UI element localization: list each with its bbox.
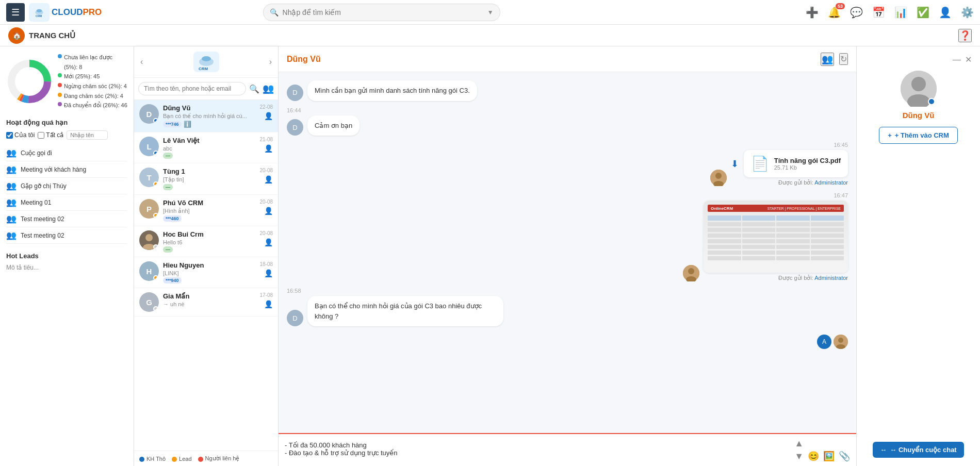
svg-point-15	[145, 234, 153, 241]
next-arrow-button[interactable]: ›	[269, 57, 272, 66]
msg-group-1: D Mình cần bạn gửi mình danh sách tính n…	[287, 80, 848, 101]
contact-avatar-dung: D	[139, 104, 159, 124]
overdue-title: Hoạt động quá hạn	[6, 119, 127, 126]
meeting-icon-1: 👥	[6, 164, 17, 174]
contact-item-le-van-viet[interactable]: L Lê Văn Việt abc — 21-08 👤	[134, 132, 278, 163]
minimize-button[interactable]: —	[953, 55, 961, 64]
contact-tag-hoc: —	[163, 246, 173, 253]
svg-point-2	[37, 9, 42, 12]
reports-button[interactable]: 📊	[894, 6, 907, 19]
chat-header: Dũng Vũ 👥 ↻	[279, 46, 856, 72]
contact-preview-le: abc	[163, 145, 255, 152]
svg-point-21	[688, 268, 694, 274]
filter-all-checkbox[interactable]	[38, 132, 44, 139]
chat-area: Dũng Vũ 👥 ↻ D Mình cần bạn gửi mình danh…	[279, 46, 856, 466]
attach-button[interactable]: 📎	[839, 451, 850, 462]
contact-search-input[interactable]	[138, 82, 246, 95]
contact-date-le: 21-08	[259, 137, 273, 142]
right-panel: — ✕ Dũng Vũ + + Thêm vào CRM ↔ ↔ Chuyển …	[856, 46, 980, 466]
meeting-icon-5: 👥	[6, 230, 17, 240]
online-avatar-2	[834, 335, 848, 349]
search-input[interactable]	[283, 8, 483, 16]
download-icon[interactable]: ⬇	[731, 158, 739, 170]
contact-search-button[interactable]: 🔍	[249, 84, 259, 94]
contact-item-tung[interactable]: T Tùng 1 [Tập tin] — 20-08 👤	[134, 163, 278, 195]
contact-item-dung-vu[interactable]: D Dũng Vũ Bạn có thể cho mình hỏi giá cú…	[134, 100, 278, 132]
contact-info-hieu: Hieu Nguyen [LINK] ***940	[163, 261, 255, 284]
activity-item-4[interactable]: 👥 Meeting 01	[6, 194, 127, 211]
contact-preview-gia: → uh nè	[163, 301, 255, 307]
scroll-up-button[interactable]: ▲	[794, 438, 804, 449]
contact-item-phu-vo[interactable]: P Phú Võ CRM [Hình ảnh] ***460 20-08 👤	[134, 195, 278, 226]
profile-name: Dũng Vũ	[903, 111, 935, 120]
contact-avatar-tung: T	[139, 168, 159, 187]
calendar-button[interactable]: 📅	[872, 6, 885, 19]
contact-date-hoc: 20-08	[259, 230, 273, 236]
svg-text:CRM: CRM	[36, 14, 42, 18]
activity-item-3[interactable]: 👥 Gặp gỡ chị Thúy	[6, 178, 127, 194]
msg-row-5: D Bạn có thể cho mình hỏi giá của gói C3…	[287, 296, 848, 326]
contact-meta-dung: ***746 ℹ️	[163, 121, 255, 128]
chat-nav-button[interactable]: 💬	[850, 6, 863, 19]
activity-item-5[interactable]: 👥 Test meeting 02	[6, 211, 127, 227]
contact-name-tung: Tùng 1	[163, 168, 255, 175]
contact-item-hoc-bui[interactable]: Hoc Bui Crm Hello t6 — 20-08 👤	[134, 226, 278, 257]
help-button[interactable]: ❓	[958, 29, 972, 42]
contact-preview-hoc: Hello t6	[163, 239, 255, 245]
prev-arrow-button[interactable]: ‹	[140, 57, 143, 66]
close-button[interactable]: ✕	[965, 55, 972, 64]
emoji-button[interactable]: 😊	[808, 451, 819, 462]
meeting-icon-3: 👥	[6, 197, 17, 207]
logo-text: CLOUDPRO	[52, 7, 102, 18]
contact-date-phu: 20-08	[259, 199, 273, 205]
contact-avatar-hoc	[139, 230, 159, 250]
info-icon-dung[interactable]: ℹ️	[184, 121, 191, 128]
search-bar[interactable]: 🔍 ▼	[263, 4, 500, 21]
contact-group-button[interactable]: 👥	[263, 83, 274, 94]
file-name: Tính năng gói C3.pdf	[774, 157, 841, 164]
meeting-icon-4: 👥	[6, 214, 17, 224]
msg-row-1: D Mình cần bạn gửi mình danh sách tính n…	[287, 80, 848, 101]
profile-button[interactable]: 👤	[939, 6, 952, 19]
chat-manage-button[interactable]: 👥	[821, 53, 834, 66]
activity-item-2[interactable]: 👥 Meeting với khách hàng	[6, 161, 127, 178]
chat-refresh-button[interactable]: ↻	[839, 53, 848, 65]
image-button[interactable]: 🖼️	[823, 451, 835, 462]
activity-item-1[interactable]: 👥 Cuộc gọi đi	[6, 145, 127, 161]
add-button[interactable]: ➕	[806, 6, 819, 19]
settings-button[interactable]: ⚙️	[961, 6, 974, 19]
notification-badge: 53	[836, 3, 845, 9]
chat-container: ‹ CRM › 🔍 👥	[134, 46, 980, 466]
hot-leads-subtitle: Mô tả tiêu...	[6, 264, 127, 271]
stat-label-2: Mới (25%): 45	[64, 72, 100, 81]
filter-mine-label[interactable]: Của tôi	[6, 131, 35, 139]
filter-all-label[interactable]: Tất cả	[38, 131, 63, 139]
chat-input[interactable]: - Tối đa 50.000 khách hàng - Đào tạo & h…	[285, 441, 790, 462]
home-icon: 🏠	[8, 27, 25, 44]
transfer-chat-button[interactable]: ↔ ↔ Chuyển cuộc chat	[873, 442, 963, 458]
filter-mine-checkbox[interactable]	[6, 132, 13, 139]
msg-bubble-2: Cảm ơn bạn	[307, 115, 360, 136]
tasks-button[interactable]: ✅	[917, 6, 929, 19]
filter-name-input[interactable]	[67, 130, 108, 140]
contact-avatar-le: L	[139, 137, 159, 156]
contact-info-gia: Gia Mẩn → uh nè	[163, 292, 255, 307]
notification-button[interactable]: 🔔 53	[828, 6, 841, 19]
contact-info-tung: Tùng 1 [Tập tin] —	[163, 168, 255, 190]
msg-group-4: 16:47 OnlineCRM STARTER | PROFESSIONAL |	[287, 192, 848, 281]
add-to-crm-button[interactable]: + + Thêm vào CRM	[879, 127, 958, 144]
logo-icon: CRM	[29, 3, 50, 22]
contact-info-hoc: Hoc Bui Crm Hello t6 —	[163, 230, 255, 253]
scroll-down-button[interactable]: ▼	[794, 451, 804, 462]
chat-input-area: - Tối đa 50.000 khách hàng - Đào tạo & h…	[279, 433, 856, 466]
donut-section: Chưa liên lạc được (5%): 8 Mới (25%): 45…	[6, 53, 127, 110]
contact-item-gia-man[interactable]: G Gia Mẩn → uh nè 17-08 👤	[134, 288, 278, 317]
hamburger-button[interactable]: ☰	[6, 3, 25, 22]
activity-item-6[interactable]: 👥 Test meeting 02	[6, 227, 127, 244]
file-info: Tính năng gói C3.pdf 25.71 Kb	[774, 157, 841, 171]
msg-avatar-3	[710, 170, 727, 186]
contact-item-hieu[interactable]: H Hieu Nguyen [LINK] ***940 18-08 👤	[134, 257, 278, 288]
user-icon-le: 👤	[264, 144, 273, 153]
phone-icon: 👥	[6, 148, 17, 158]
search-icon: 🔍	[270, 8, 279, 16]
